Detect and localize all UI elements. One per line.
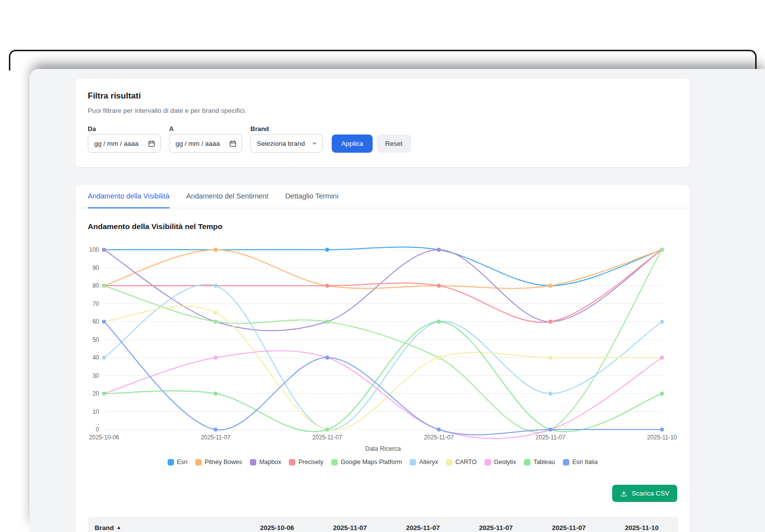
data-point[interactable] (660, 356, 664, 360)
series-google-maps-platform (102, 248, 664, 432)
filter-subtitle: Puoi filtrare per intervallo di date e p… (88, 107, 246, 114)
reset-button[interactable]: Reset (377, 134, 411, 153)
data-point[interactable] (325, 320, 329, 324)
y-tick-label: 70 (93, 300, 100, 307)
data-point[interactable] (213, 356, 217, 360)
x-tick-label: 2025-11-07 (535, 434, 565, 441)
legend-item-tableau[interactable]: Tableau (524, 459, 555, 466)
tab-dettaglio-termini[interactable]: Dettaglio Termini (285, 185, 339, 208)
legend-swatch (446, 459, 452, 466)
data-point[interactable] (102, 284, 106, 288)
chart-legend: EsriPitney BowesMapboxPreciselyGoogle Ma… (75, 459, 690, 466)
y-tick-label: 40 (93, 354, 100, 361)
data-point[interactable] (549, 320, 553, 324)
series-line (104, 250, 662, 432)
legend-item-carto[interactable]: CARTO (446, 459, 477, 466)
data-point[interactable] (549, 428, 553, 432)
legend-item-esri-italia[interactable]: Esri Italia (563, 459, 597, 466)
date-from-label: Da (88, 125, 96, 133)
x-tick-label: 2025-10-06 (89, 434, 119, 441)
table-header-date-2[interactable]: 2025-11-07 (386, 524, 459, 532)
data-point[interactable] (437, 356, 441, 360)
date-to-value: gg / mm / aaaa (175, 140, 220, 147)
data-point[interactable] (660, 392, 664, 396)
data-point[interactable] (325, 248, 329, 252)
legend-label: Alteryx (419, 459, 438, 466)
data-point[interactable] (325, 356, 329, 360)
legend-label: Precisely (298, 459, 323, 466)
data-point[interactable] (213, 428, 217, 432)
data-point[interactable] (102, 248, 106, 252)
legend-item-mapbox[interactable]: Mapbox (250, 459, 281, 466)
data-point[interactable] (660, 428, 664, 432)
table-header: Brand▲2025-10-062025-11-072025-11-072025… (88, 517, 678, 532)
data-point[interactable] (437, 284, 441, 288)
date-from-input[interactable]: gg / mm / aaaa (88, 134, 161, 153)
table-header-date-0[interactable]: 2025-10-06 (241, 524, 313, 532)
legend-label: Mapbox (259, 459, 281, 466)
legend-item-precisely[interactable]: Precisely (289, 459, 323, 466)
legend-item-geolytix[interactable]: Geolytix (485, 459, 516, 466)
sort-asc-icon: ▲ (116, 525, 121, 530)
y-tick-label: 60 (93, 318, 100, 325)
series-line (104, 247, 662, 286)
table-header-brand[interactable]: Brand▲ (88, 524, 241, 532)
brand-select[interactable]: Seleziona brand (250, 134, 323, 153)
data-point[interactable] (549, 392, 553, 396)
data-point[interactable] (437, 248, 441, 252)
chart-card: Andamento della VisibilitàAndamento del … (75, 184, 690, 532)
data-point[interactable] (325, 428, 329, 432)
data-point[interactable] (102, 392, 106, 396)
legend-item-pitney-bowes[interactable]: Pitney Bowes (195, 459, 242, 466)
legend-swatch (168, 459, 174, 466)
data-point[interactable] (213, 248, 217, 252)
tab-bar: Andamento della VisibilitàAndamento del … (75, 185, 690, 208)
data-point[interactable] (102, 320, 106, 324)
data-point[interactable] (213, 320, 217, 324)
tab-andamento-del-sentiment[interactable]: Andamento del Sentiment (186, 185, 269, 208)
data-point[interactable] (437, 428, 441, 432)
data-point[interactable] (549, 356, 553, 360)
legend-swatch (289, 459, 295, 466)
data-point[interactable] (660, 248, 664, 252)
content-panel: Filtra risultati Puoi filtrare per inter… (30, 69, 765, 532)
legend-label: Esri Italia (572, 459, 597, 466)
table-header-date-3[interactable]: 2025-11-07 (459, 524, 532, 532)
data-point[interactable] (549, 284, 553, 288)
date-from-value: gg / mm / aaaa (94, 140, 139, 147)
y-tick-label: 10 (93, 408, 100, 415)
series-carto (102, 306, 664, 432)
data-point[interactable] (437, 320, 441, 324)
date-to-label: A (169, 125, 174, 133)
data-point[interactable] (213, 311, 217, 315)
x-axis-title: Data Ricerca (365, 445, 401, 452)
data-point[interactable] (325, 284, 329, 288)
y-tick-label: 0 (96, 426, 99, 433)
visibility-line-chart[interactable]: 01020304050607080901002025-10-062025-11-… (79, 242, 686, 455)
legend-item-esri[interactable]: Esri (168, 459, 188, 466)
x-tick-label: 2025-11-07 (201, 434, 231, 441)
y-tick-label: 80 (93, 282, 100, 289)
legend-swatch (485, 459, 491, 466)
date-to-input[interactable]: gg / mm / aaaa (169, 134, 242, 153)
brand-column-label: Brand (95, 524, 114, 532)
data-point[interactable] (660, 320, 664, 324)
legend-item-alteryx[interactable]: Alteryx (410, 459, 438, 466)
legend-label: Esri (177, 459, 188, 466)
data-point[interactable] (102, 356, 106, 360)
y-tick-label: 100 (89, 246, 99, 253)
table-header-date-1[interactable]: 2025-11-07 (313, 524, 386, 532)
series-line (104, 250, 662, 331)
legend-item-google-maps-platform[interactable]: Google Maps Platform (331, 459, 402, 466)
tab-andamento-della-visibilit[interactable]: Andamento della Visibilità (88, 185, 170, 208)
download-csv-button[interactable]: Scarica CSV (612, 485, 677, 502)
brand-filter-label: Brand (250, 125, 269, 133)
apply-button[interactable]: Applica (332, 134, 373, 153)
table-header-date-5[interactable]: 2025-11-10 (605, 524, 678, 532)
chart-title: Andamento della Visibilità nel Tempo (88, 222, 222, 231)
data-point[interactable] (213, 284, 217, 288)
data-point[interactable] (213, 392, 217, 396)
legend-swatch (331, 459, 338, 466)
filter-card: Filtra risultati Puoi filtrare per inter… (75, 78, 690, 167)
table-header-date-4[interactable]: 2025-11-07 (532, 524, 605, 532)
